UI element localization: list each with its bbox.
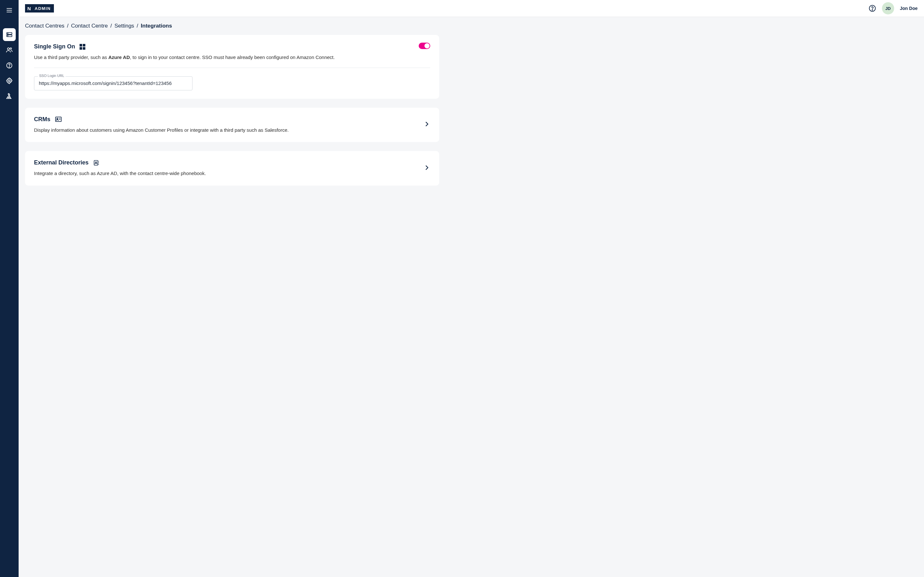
nav-settings[interactable]: [3, 74, 16, 87]
ext-title: External Directories: [34, 159, 89, 166]
chevron-right-icon: [423, 164, 430, 171]
svg-point-6: [8, 35, 8, 36]
svg-point-12: [8, 93, 9, 95]
id-card-icon: [55, 116, 62, 122]
hiking-icon: [6, 93, 13, 100]
sso-card: Single Sign On Use a third party provide…: [25, 35, 439, 99]
logo-mark: N: [25, 4, 33, 13]
nav-help[interactable]: [3, 59, 16, 72]
gear-icon: [6, 77, 13, 84]
svg-point-20: [57, 118, 58, 119]
sidebar: [0, 0, 19, 278]
breadcrumb-item[interactable]: Contact Centres: [25, 23, 65, 29]
svg-point-8: [10, 48, 11, 49]
main: Contact Centres / Contact Centre / Setti…: [19, 17, 446, 200]
svg-point-5: [8, 33, 8, 34]
breadcrumb: Contact Centres / Contact Centre / Setti…: [25, 23, 439, 29]
sso-url-input[interactable]: [34, 76, 192, 90]
address-book-icon: [93, 160, 99, 166]
nav-outdoor[interactable]: [3, 90, 16, 103]
ext-expand[interactable]: [423, 164, 430, 172]
svg-rect-16: [83, 44, 86, 47]
sso-url-label: SSO Login URL: [38, 74, 65, 77]
svg-point-24: [95, 161, 97, 163]
crms-expand[interactable]: [423, 121, 430, 129]
logo[interactable]: N ADMIN: [25, 4, 54, 13]
server-icon: [6, 31, 13, 38]
svg-rect-15: [79, 44, 82, 47]
crms-title: CRMs: [34, 116, 50, 123]
svg-rect-18: [83, 47, 86, 50]
svg-point-7: [7, 48, 9, 50]
users-icon: [6, 47, 13, 53]
logo-text: ADMIN: [33, 4, 54, 13]
breadcrumb-item[interactable]: Settings: [115, 23, 134, 29]
help-circle-icon: [6, 62, 13, 69]
svg-rect-19: [55, 117, 61, 121]
crms-card[interactable]: CRMs Display information about customers…: [25, 108, 439, 142]
sso-toggle[interactable]: [419, 43, 430, 49]
breadcrumb-item[interactable]: Contact Centre: [71, 23, 108, 29]
crms-description: Display information about customers usin…: [34, 127, 430, 134]
sso-title: Single Sign On: [34, 43, 75, 50]
ext-description: Integrate a directory, such as Azure AD,…: [34, 170, 430, 177]
svg-point-11: [8, 80, 10, 82]
hamburger-icon: [6, 7, 13, 14]
menu-button[interactable]: [3, 4, 16, 17]
chevron-right-icon: [423, 121, 430, 127]
header: N ADMIN JD Jon Doe: [19, 0, 446, 17]
nav-contact-centres[interactable]: [3, 28, 16, 41]
nav-users[interactable]: [3, 44, 16, 56]
microsoft-icon: [79, 44, 86, 50]
svg-rect-17: [79, 47, 82, 50]
breadcrumb-current: Integrations: [141, 23, 172, 29]
sso-url-field-wrapper: SSO Login URL: [34, 76, 192, 90]
sso-description: Use a third party provider, such as Azur…: [34, 54, 430, 61]
external-directories-card[interactable]: External Directories Integrate a directo…: [25, 151, 439, 185]
